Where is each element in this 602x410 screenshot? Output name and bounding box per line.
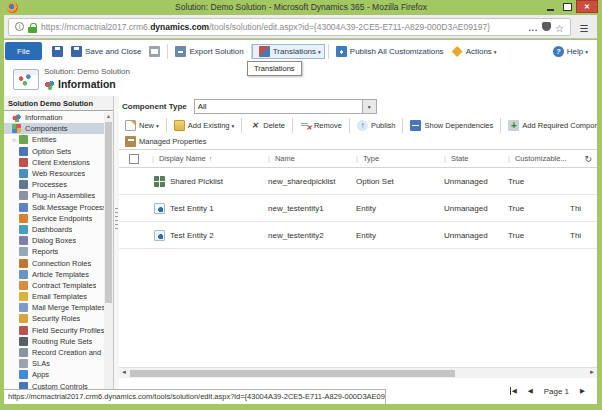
sidebar-item-dialog-boxes[interactable]: ▷ Dialog Boxes (4, 235, 104, 246)
sidebar-item-apps[interactable]: ▷ Apps (4, 369, 104, 380)
show-dependencies-button[interactable]: Show Dependencies (402, 118, 497, 133)
sidebar-item-reports[interactable]: ▷ Reports (4, 246, 104, 257)
pocket-icon[interactable] (542, 22, 551, 31)
column-header-display-name[interactable]: Display Name↑ (149, 154, 265, 163)
sidebar-header: Solution Demo Solution (4, 96, 113, 111)
column-header-state[interactable]: State (441, 154, 505, 163)
refresh-icon[interactable] (584, 154, 592, 164)
cell-display-name: Test Entity 2 (170, 231, 214, 240)
column-header-name[interactable]: Name (265, 154, 353, 163)
sidebar-item-label: Components (25, 124, 68, 133)
toolbar-button-icon (249, 120, 260, 131)
scroll-up-icon[interactable] (104, 112, 113, 121)
sidebar-item-label: Routing Rule Sets (32, 337, 92, 346)
cell-display-name: Test Entity 1 (170, 204, 214, 213)
sidebar-item-icon (19, 225, 28, 234)
new-button[interactable]: New▾ (121, 118, 163, 133)
sidebar-item-label: Apps (32, 370, 49, 379)
publish-all-customizations-button[interactable]: Publish All Customizations (328, 44, 448, 59)
sidebar-item-contract-templates[interactable]: ▷ Contract Templates (4, 280, 104, 291)
next-page-button[interactable] (580, 387, 585, 395)
url-bar[interactable]: https://mcmactrial2017.crm6.dynamics.com… (8, 18, 571, 36)
sidebar-item-connection-roles[interactable]: ▷ Connection Roles (4, 257, 104, 268)
sidebar-item-icon (19, 281, 28, 290)
toolbar-button-icon (125, 136, 136, 147)
component-type-select[interactable]: All (194, 99, 377, 114)
sidebar-item-record-creation-and[interactable]: ▷ Record Creation and ... (4, 347, 104, 358)
sidebar-item-entities[interactable]: ▷ Entities (4, 134, 104, 145)
save-and-close-button[interactable]: Save and Close (67, 44, 145, 59)
remove-button[interactable]: Remove (292, 118, 346, 133)
managed-properties-button[interactable]: Managed Properties (121, 134, 211, 149)
save-button[interactable] (48, 44, 67, 59)
table-row[interactable]: Shared Picklist new_sharedpicklist Optio… (119, 168, 597, 195)
scroll-right-icon[interactable] (589, 369, 595, 375)
help-button[interactable]: Help▾ (549, 44, 592, 59)
sidebar-item-mail-merge-templates[interactable]: ▷ Mail Merge Templates (4, 302, 104, 313)
sidebar-item-article-templates[interactable]: ▷ Article Templates (4, 269, 104, 280)
sidebar-item-information[interactable]: ▷ Information (4, 112, 104, 123)
add-required-components-button[interactable]: Add Required Components (500, 118, 597, 133)
publish-button[interactable]: Publish (349, 118, 400, 133)
https-lock-icon[interactable] (28, 23, 37, 33)
translations-button[interactable]: Translations▾ (251, 44, 325, 59)
main-panel: Component Type All New▾Add Existing▾Dele… (119, 96, 597, 404)
sidebar-item-dashboards[interactable]: ▷ Dashboards (4, 224, 104, 235)
sidebar-scrollbar-thumb[interactable] (105, 122, 112, 303)
minimize-button[interactable] (542, 0, 559, 13)
horizontal-scrollbar-thumb[interactable] (130, 370, 455, 377)
properties-button[interactable] (145, 44, 164, 59)
sidebar-item-plug-in-assemblies[interactable]: ▷ Plug-in Assemblies (4, 190, 104, 201)
add-existing-button[interactable]: Add Existing▾ (166, 118, 238, 133)
firefox-icon (7, 2, 18, 13)
sidebar-item-routing-rule-sets[interactable]: ▷ Routing Rule Sets (4, 336, 104, 347)
table-row[interactable]: Test Entity 2 new_testentity2 Entity Unm… (119, 222, 597, 249)
sidebar-item-option-sets[interactable]: ▷ Option Sets (4, 146, 104, 157)
cell-type: Entity (353, 204, 441, 213)
splitter-grip-icon (115, 208, 118, 230)
sidebar-item-service-endpoints[interactable]: ▷ Service Endpoints (4, 213, 104, 224)
sidebar-item-label: Reports (32, 247, 58, 256)
sidebar-item-sdk-message-processi[interactable]: ▷ Sdk Message Processi... (4, 202, 104, 213)
maximize-button[interactable] (559, 0, 576, 13)
page-actions-icon[interactable] (529, 18, 538, 36)
sidebar-item-icon (19, 326, 28, 335)
table-row[interactable]: Test Entity 1 new_testentity1 Entity Unm… (119, 195, 597, 222)
toolbar-button-icon (452, 46, 463, 57)
select-dropdown-icon[interactable] (362, 100, 376, 113)
sidebar-item-field-security-profiles[interactable]: ▷ Field Security Profiles (4, 325, 104, 336)
horizontal-scrollbar[interactable] (119, 367, 597, 378)
toolbar-button-icon (149, 46, 160, 57)
scroll-left-icon[interactable] (121, 369, 127, 375)
bookmark-star-icon[interactable] (555, 18, 564, 36)
site-info-icon[interactable] (15, 22, 24, 31)
sidebar-item-email-templates[interactable]: ▷ Email Templates (4, 291, 104, 302)
sidebar-item-label: Information (25, 113, 63, 122)
delete-button[interactable]: Delete (241, 118, 289, 133)
solution-subtitle: Solution: Demo Solution (44, 67, 130, 76)
sidebar-item-label: Contract Templates (32, 281, 96, 290)
panel-splitter[interactable] (114, 96, 119, 404)
toolbar-button-icon (174, 120, 185, 131)
sidebar-item-label: Security Roles (32, 314, 80, 323)
sidebar-item-security-roles[interactable]: ▷ Security Roles (4, 313, 104, 324)
sidebar-item-slas[interactable]: ▷ SLAs (4, 358, 104, 369)
sidebar-item-components[interactable]: ▷ Components (4, 123, 104, 134)
sidebar-scrollbar[interactable] (104, 112, 113, 404)
select-all-checkbox[interactable] (129, 154, 139, 164)
cell-display-name: Shared Picklist (170, 177, 223, 186)
solution-icon (13, 69, 39, 90)
menu-icon[interactable] (575, 18, 593, 36)
sidebar-item-client-extensions[interactable]: ▷ Client Extensions (4, 157, 104, 168)
export-solution-button[interactable]: Export Solution (167, 44, 247, 59)
sidebar: Solution Demo Solution ▷ Information ▷ C… (4, 96, 114, 404)
column-header-type[interactable]: Type (353, 154, 441, 163)
column-header-customizable[interactable]: Customizable... (505, 154, 567, 163)
sidebar-item-processes[interactable]: ▷ Processes (4, 179, 104, 190)
close-button[interactable] (576, 0, 598, 13)
previous-page-button[interactable] (528, 387, 533, 395)
sidebar-item-web-resources[interactable]: ▷ Web Resources (4, 168, 104, 179)
actions-button[interactable]: Actions▾ (448, 44, 501, 59)
first-page-button[interactable] (510, 387, 517, 395)
file-tab[interactable]: File (5, 42, 42, 60)
